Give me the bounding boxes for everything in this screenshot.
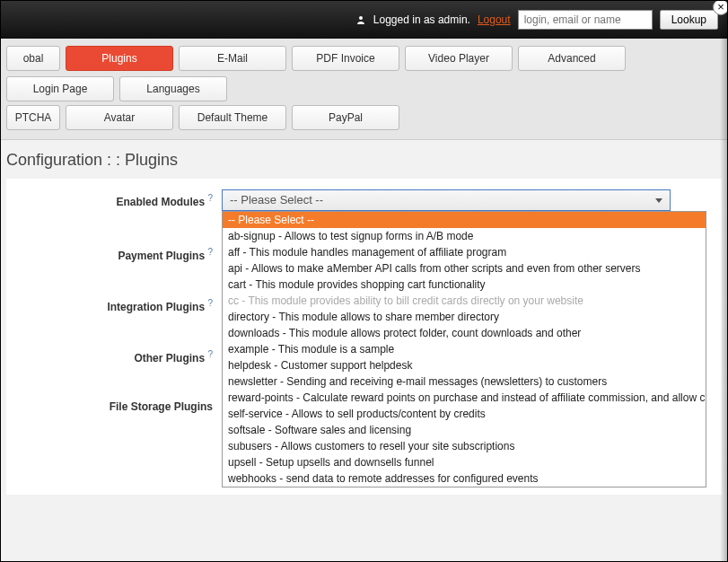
user-search-input[interactable] [518, 10, 653, 30]
tab-ptcha[interactable]: PTCHA [6, 105, 60, 130]
plugins-form: Enabled Modules ? -- Please Select -- --… [6, 179, 722, 495]
other-plugins-label: Other Plugins ? [15, 346, 222, 364]
payment-plugins-label: Payment Plugins ? [15, 243, 222, 262]
help-icon[interactable]: ? [207, 349, 213, 359]
dropdown-option: cc - This module provides ability to bil… [223, 293, 706, 309]
dropdown-option[interactable]: webhooks - send data to remote addresses… [223, 470, 706, 487]
tab-default-theme[interactable]: Default Theme [179, 105, 286, 130]
enabled-modules-label: Enabled Modules ? [15, 189, 222, 208]
svg-point-0 [359, 16, 363, 20]
dropdown-option[interactable]: helpdesk - Customer support helpdesk [223, 357, 706, 373]
user-icon [355, 14, 366, 25]
dropdown-option[interactable]: upsell - Setup upsells and downsells fun… [223, 454, 706, 470]
dropdown-option[interactable]: self-service - Allows to sell products/c… [223, 406, 706, 422]
page-title: Configuration : : Plugins [1, 140, 727, 179]
dropdown-option[interactable]: -- Please Select -- [223, 212, 706, 228]
enabled-modules-dropdown: -- Please Select --ab-signup - Allows to… [222, 211, 706, 487]
tab-obal[interactable]: obal [6, 46, 60, 71]
help-icon[interactable]: ? [207, 193, 213, 203]
dropdown-option[interactable]: subusers - Allows customers to resell yo… [223, 438, 706, 454]
help-icon[interactable]: ? [207, 298, 213, 308]
dropdown-option[interactable]: directory - This module allows to share … [223, 309, 706, 325]
tab-login-page[interactable]: Login Page [6, 76, 114, 101]
logout-link[interactable]: Logout [478, 13, 511, 26]
dropdown-option[interactable]: api - Allows to make aMember API calls f… [223, 260, 706, 277]
logged-in-text: Logged in as admin. [373, 13, 470, 26]
topbar: Logged in as admin. Logout Lookup [1, 1, 727, 39]
dropdown-option[interactable]: example - This module is a sample [223, 341, 706, 357]
dropdown-option[interactable]: cart - This module provides shopping car… [223, 277, 706, 293]
dropdown-option[interactable]: reward-points - Calculate reward points … [223, 390, 706, 406]
dropdown-option[interactable]: aff - This module handles management of … [223, 244, 706, 260]
tab-plugins[interactable]: Plugins [66, 46, 173, 71]
dropdown-option[interactable]: softsale - Software sales and licensing [223, 422, 706, 438]
tab-video-player[interactable]: Video Player [405, 46, 513, 71]
lookup-button[interactable]: Lookup [660, 10, 718, 30]
enabled-modules-select[interactable]: -- Please Select -- [222, 189, 671, 211]
tab-e-mail[interactable]: E-Mail [179, 46, 286, 71]
dropdown-option[interactable]: ab-signup - Allows to test signup forms … [223, 228, 706, 244]
tab-avatar[interactable]: Avatar [66, 105, 173, 130]
integration-plugins-label: Integration Plugins ? [15, 294, 222, 313]
file-storage-plugins-label: File Storage Plugins [15, 397, 222, 413]
close-icon[interactable]: × [713, 0, 728, 15]
help-icon[interactable]: ? [207, 247, 213, 257]
config-tabs: obalPluginsE-MailPDF InvoiceVideo Player… [1, 39, 727, 140]
tab-advanced[interactable]: Advanced [518, 46, 626, 71]
dropdown-option[interactable]: downloads - This module allows protect f… [223, 325, 706, 341]
tab-paypal[interactable]: PayPal [292, 105, 399, 130]
tab-languages[interactable]: Languages [119, 76, 227, 101]
tab-pdf-invoice[interactable]: PDF Invoice [292, 46, 399, 71]
dropdown-option[interactable]: newsletter - Sending and receiving e-mai… [223, 373, 706, 390]
